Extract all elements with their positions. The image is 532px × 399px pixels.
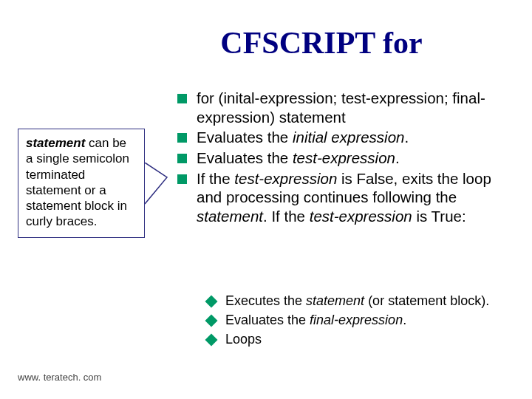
sub-bullet-text: Executes the statement (or statement blo…	[225, 293, 502, 310]
slide-title: CFSCRIPT for	[0, 0, 532, 61]
callout-lead: statement	[26, 136, 85, 150]
diamond-bullet-icon	[205, 296, 218, 308]
bullet-text: Evaluates the test-expression.	[197, 149, 502, 168]
slide-content: statement can be a single semicolon term…	[0, 89, 532, 399]
sub-bullet-list: Executes the statement (or statement blo…	[207, 293, 502, 350]
bullet-text: If the test-expression is False, exits t…	[197, 169, 502, 226]
square-bullet-icon	[177, 154, 187, 163]
bullet-item: If the test-expression is False, exits t…	[177, 169, 502, 226]
sub-bullet-item: Loops	[207, 331, 502, 348]
diamond-bullet-icon	[205, 334, 218, 347]
sub-bullet-item: Executes the statement (or statement blo…	[207, 293, 502, 310]
bullet-text: Evaluates the initial expression.	[197, 128, 502, 147]
square-bullet-icon	[177, 174, 187, 184]
bullet-item: Evaluates the initial expression.	[177, 128, 502, 147]
sub-bullet-text: Loops	[225, 331, 502, 348]
bullet-list: for (inital-expression; test-expression;…	[177, 89, 502, 227]
bullet-text: for (inital-expression; test-expression;…	[197, 89, 502, 126]
sub-bullet-text: Evaluates the final-expression.	[225, 312, 502, 329]
sub-bullet-item: Evaluates the final-expression.	[207, 312, 502, 329]
bullet-item: Evaluates the test-expression.	[177, 149, 502, 168]
callout-box: statement can be a single semicolon term…	[18, 129, 145, 238]
diamond-bullet-icon	[205, 315, 218, 327]
callout-pointer	[145, 163, 179, 207]
bullet-item: for (inital-expression; test-expression;…	[177, 89, 502, 126]
square-bullet-icon	[177, 133, 187, 143]
square-bullet-icon	[177, 94, 187, 103]
footer-url: www. teratech. com	[18, 372, 101, 383]
